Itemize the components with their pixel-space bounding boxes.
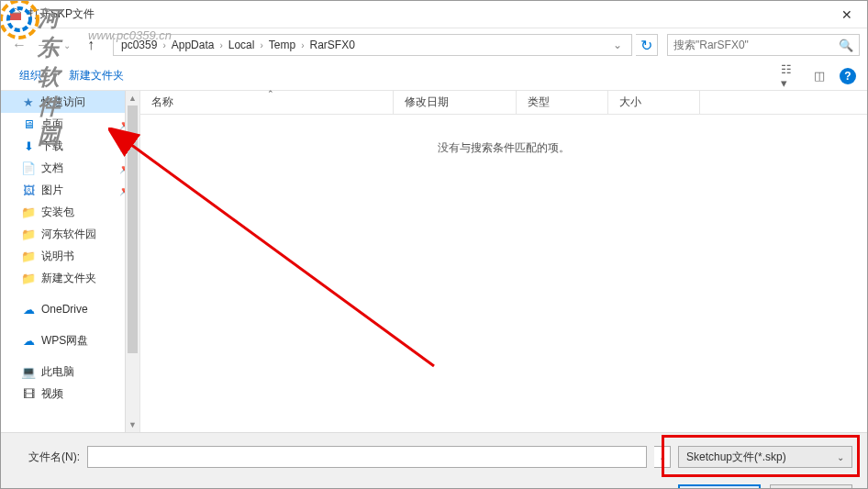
cancel-button[interactable]: 取消 (770, 484, 852, 489)
sidebar-item-label: 快速访问 (41, 94, 85, 110)
organize-button[interactable]: 组织 (12, 68, 49, 83)
sidebar-item[interactable]: ☁OneDrive (1, 298, 139, 320)
search-icon: 🔍 (839, 39, 853, 52)
file-list-area: 名称 ⌃ 修改日期 类型 大小 没有与搜索条件匹配的项。 (140, 91, 867, 432)
sidebar-item-label: WPS网盘 (41, 333, 88, 349)
breadcrumb-item[interactable]: pc0359 (117, 39, 161, 51)
picture-icon: 🖼 (21, 183, 36, 197)
chevron-down-icon: ⌄ (837, 452, 844, 462)
sort-indicator-icon: ⌃ (267, 89, 274, 98)
search-box[interactable]: 🔍 (667, 34, 860, 56)
column-header-date[interactable]: 修改日期 (394, 91, 517, 114)
cloud2-icon: ☁ (21, 333, 36, 348)
footer: 文件名(N): ⌄ Sketchup文件(*.skp) ⌄ 打开(O) 取消 (1, 432, 867, 489)
sidebar-item-label: 此电脑 (41, 364, 74, 380)
download-icon: ⬇ (21, 139, 36, 153)
chevron-right-icon: › (217, 40, 224, 50)
sidebar-item-label: 视频 (41, 386, 63, 402)
sidebar-item[interactable]: 🖥桌面📌 (1, 113, 139, 135)
sidebar-item-label: 说明书 (41, 249, 74, 264)
column-headers: 名称 ⌃ 修改日期 类型 大小 (140, 91, 867, 115)
refresh-button[interactable]: ↻ (636, 34, 658, 56)
annotation-arrow (108, 128, 448, 384)
chevron-right-icon: › (258, 40, 264, 50)
video-icon: 🎞 (21, 386, 36, 401)
folder-icon: 📁 (21, 227, 36, 241)
column-header-type[interactable]: 类型 (517, 91, 608, 114)
sidebar-item-label: OneDrive (41, 303, 88, 316)
sidebar-item-label: 河东软件园 (41, 227, 96, 242)
sidebar-scrollbar[interactable]: ▲ ▼ (125, 91, 139, 432)
titlebar: 打开SKP文件 ✕ (1, 1, 867, 28)
folder-icon: 📁 (21, 271, 36, 285)
sidebar-item[interactable]: 📁说明书 (1, 245, 139, 267)
sidebar-item[interactable]: ☁WPS网盘 (1, 329, 139, 351)
breadcrumb-item[interactable]: Temp (265, 39, 299, 51)
doc-icon: 📄 (21, 161, 36, 175)
nav-forward-button[interactable]: → (32, 34, 54, 56)
sidebar-item[interactable]: 📁河东软件园 (1, 223, 139, 245)
window-title: 打开SKP文件 (28, 6, 826, 22)
filename-label: 文件名(N): (16, 450, 80, 465)
view-options-button[interactable]: ☷ ▾ (781, 67, 799, 85)
navbar: ← → ⌄ ↑ pc0359 › AppData › Local › Temp … (1, 28, 867, 61)
column-header-name[interactable]: 名称 ⌃ (140, 91, 394, 114)
folder-icon: 📁 (21, 249, 36, 263)
breadcrumb-item[interactable]: Local (225, 39, 259, 51)
sidebar-item[interactable]: 📁新建文件夹 (1, 267, 139, 289)
preview-pane-button[interactable]: ◫ (810, 67, 829, 85)
open-button[interactable]: 打开(O) (678, 484, 761, 489)
svg-rect-2 (10, 13, 21, 20)
toolbar: 组织 ▼ 新建文件夹 ☷ ▾ ◫ ? (1, 61, 867, 91)
sidebar-item-label: 桌面 (41, 117, 63, 132)
chevron-right-icon: › (299, 40, 306, 50)
sidebar: ★快速访问🖥桌面📌⬇下载📌📄文档📌🖼图片📌📁安装包📁河东软件园📁说明书📁新建文件… (1, 91, 140, 432)
cloud-icon: ☁ (21, 302, 36, 317)
filename-input[interactable] (87, 446, 647, 468)
sidebar-item[interactable]: ⬇下载📌 (1, 135, 139, 157)
sidebar-item[interactable]: 📁安装包 (1, 201, 139, 223)
breadcrumb[interactable]: pc0359 › AppData › Local › Temp › RarSFX… (113, 34, 632, 56)
column-header-size[interactable]: 大小 (608, 91, 700, 114)
pc-icon: 💻 (21, 364, 36, 379)
file-type-filter[interactable]: Sketchup文件(*.skp) ⌄ (678, 446, 852, 468)
column-label: 名称 (151, 94, 173, 110)
search-input[interactable] (673, 39, 839, 51)
breadcrumb-item[interactable]: RarSFX0 (306, 39, 358, 51)
sidebar-item[interactable]: 💻此电脑 (1, 361, 139, 383)
desktop-icon: 🖥 (21, 117, 36, 131)
sidebar-item-label: 安装包 (41, 205, 74, 220)
star-icon: ★ (21, 94, 36, 109)
svg-line-5 (130, 144, 434, 366)
sidebar-item-label: 文档 (41, 161, 63, 176)
close-button[interactable]: ✕ (826, 1, 867, 28)
help-button[interactable]: ? (840, 68, 856, 84)
new-folder-button[interactable]: 新建文件夹 (61, 68, 131, 83)
sidebar-item[interactable]: 📄文档📌 (1, 157, 139, 179)
nav-up-button[interactable]: ↑ (80, 34, 102, 56)
breadcrumb-dropdown[interactable]: ⌄ (607, 39, 628, 51)
sidebar-item-label: 下载 (41, 139, 63, 154)
filename-dropdown[interactable]: ⌄ (654, 446, 671, 468)
nav-recent-button[interactable]: ⌄ (56, 34, 78, 56)
main-area: ★快速访问🖥桌面📌⬇下载📌📄文档📌🖼图片📌📁安装包📁河东软件园📁说明书📁新建文件… (1, 91, 867, 432)
breadcrumb-item[interactable]: AppData (168, 39, 218, 51)
sidebar-item[interactable]: 🖼图片📌 (1, 179, 139, 201)
sidebar-item-label: 图片 (41, 183, 63, 198)
svg-marker-3 (10, 8, 21, 13)
sidebar-item[interactable]: 🎞视频 (1, 383, 139, 405)
sidebar-item[interactable]: ★快速访问 (1, 91, 139, 113)
sidebar-item-label: 新建文件夹 (41, 271, 96, 286)
app-icon (8, 7, 23, 22)
nav-back-button[interactable]: ← (8, 34, 30, 56)
empty-message: 没有与搜索条件匹配的项。 (140, 140, 867, 156)
window-controls: ✕ (826, 1, 867, 28)
chevron-right-icon: › (161, 40, 167, 50)
filter-label: Sketchup文件(*.skp) (686, 450, 786, 465)
chevron-down-icon: ▼ (49, 71, 61, 81)
folder-icon: 📁 (21, 205, 36, 219)
